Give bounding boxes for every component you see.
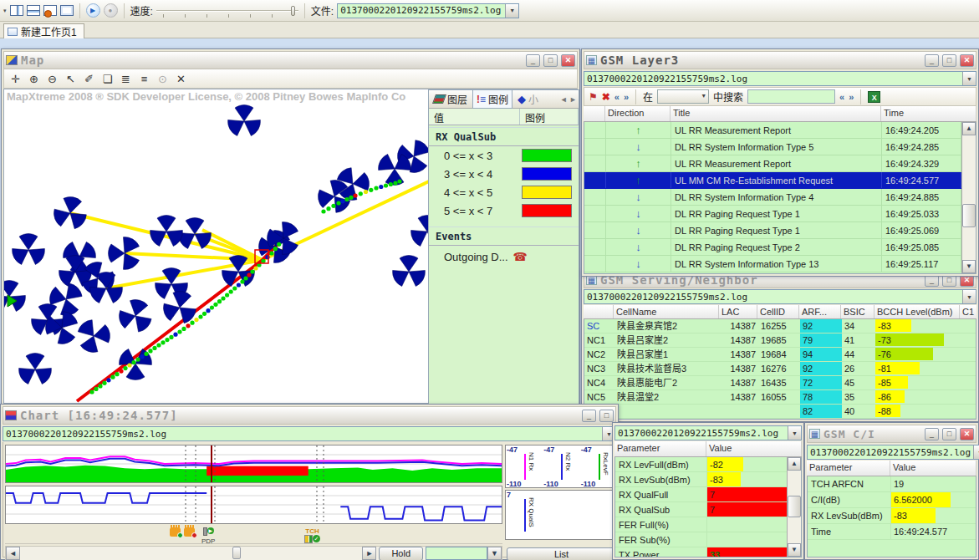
column-header-time[interactable]: Time xyxy=(881,106,976,121)
rxqual-chart[interactable] xyxy=(5,486,502,524)
cell-row[interactable]: NC3陕县技术监督局314387162769226-81 xyxy=(584,362,976,376)
column-header-direction[interactable]: Direction xyxy=(605,106,671,121)
column-header[interactable] xyxy=(584,106,605,121)
layer3-file-combobox[interactable]: 0137000220120922155759ms2.log ▼ xyxy=(584,71,976,86)
serving-file-combobox[interactable]: 0137000220120922155759ms2.log ▼ xyxy=(584,289,976,304)
maximize-button[interactable]: □ xyxy=(942,54,956,67)
close-button[interactable]: ✕ xyxy=(960,428,974,440)
column-header[interactable]: LAC xyxy=(719,305,757,318)
event-hand-green-icon[interactable] xyxy=(170,527,181,538)
column-header[interactable]: CellID xyxy=(757,305,799,318)
layer3-message-row[interactable]: ↑UL MM CM Re-Establishment Request16:49:… xyxy=(584,172,961,189)
chart-titlebar[interactable]: Chart [16:49:24.577] _ □ xyxy=(3,406,616,425)
window-badge-icon[interactable] xyxy=(43,5,57,16)
event-hand-red-icon[interactable] xyxy=(184,527,195,538)
chevron-down-icon[interactable]: ▼ xyxy=(962,290,976,303)
chart-file-combobox[interactable]: 0137000220120922155759ms2.log ▼ xyxy=(3,426,616,441)
list-button[interactable]: List xyxy=(507,547,616,560)
column-header[interactable]: Value xyxy=(706,441,802,456)
map-titlebar[interactable]: Map _ □ ✕ xyxy=(3,51,578,69)
zoom-in-icon[interactable]: ⊕ xyxy=(28,73,40,85)
param-row[interactable]: TX Power33 xyxy=(615,547,787,557)
param-row[interactable]: FER Full(%) xyxy=(615,517,787,532)
open-layer-icon[interactable]: ❏ xyxy=(101,73,114,85)
tab-layers[interactable]: 图层 xyxy=(431,90,471,108)
param-row[interactable]: RX QualFull7 xyxy=(615,487,787,502)
column-header[interactable]: Parameter xyxy=(807,461,890,476)
speed-slider[interactable] xyxy=(156,4,298,18)
scrollbar-thumb[interactable] xyxy=(232,547,241,559)
search-input[interactable] xyxy=(747,89,835,104)
legend-list-icon[interactable]: ≡ xyxy=(138,73,150,85)
maximize-button[interactable]: □ xyxy=(599,410,614,422)
split-vertical-icon[interactable] xyxy=(10,5,23,16)
layer3-message-row[interactable]: ↓DL RR Paging Request Type 216:49:25.085 xyxy=(584,239,961,256)
chevron-down-icon[interactable]: ▼ xyxy=(505,4,518,18)
column-header[interactable]: BCCH Level(dBm) xyxy=(874,305,960,318)
cell-row[interactable]: NC1陕县吕家崖214387196857941-73 xyxy=(584,333,976,348)
scrollbar-thumb[interactable] xyxy=(788,496,801,517)
params-file-combobox[interactable]: 0137000220120922155759ms2.log ▼ xyxy=(614,425,802,440)
combo-down-icon[interactable]: ▼ xyxy=(487,547,502,560)
scroll-up-icon[interactable]: ▲ xyxy=(962,122,976,135)
column-header[interactable]: CellName xyxy=(614,305,719,318)
maximize-button[interactable]: □ xyxy=(942,428,956,440)
params-scrollbar[interactable]: ▲ ▼ xyxy=(787,457,801,557)
scroll-down-icon[interactable]: ▼ xyxy=(788,543,801,557)
measure-icon[interactable]: ✐ xyxy=(83,73,95,85)
close-button[interactable]: ✕ xyxy=(960,54,974,67)
delete-icon[interactable]: ✕ xyxy=(175,73,187,85)
column-header[interactable] xyxy=(584,305,614,318)
tab-legend[interactable]: !≡ 图例 xyxy=(472,89,512,109)
search-prev-icon[interactable]: « xyxy=(839,92,844,102)
scroll-left-icon[interactable]: ◄ xyxy=(6,547,20,560)
param-row[interactable]: RX LevFull(dBm)-82 xyxy=(615,457,787,472)
layer3-scrollbar[interactable]: ▲ ▼ xyxy=(961,122,976,273)
layer3-message-row[interactable]: ↓DL RR Paging Request Type 116:49:25.069 xyxy=(584,222,961,239)
param-row[interactable]: TCH ARFCN19 xyxy=(808,476,976,492)
column-header[interactable]: BSIC xyxy=(841,305,874,318)
slider-thumb[interactable] xyxy=(291,6,295,16)
tab-workspace-1[interactable]: 新建工作页1 xyxy=(3,23,84,38)
tab-small[interactable]: ◆ 小 xyxy=(514,90,542,108)
layer3-message-row[interactable]: ↓DL RR System Information Type 1316:49:2… xyxy=(584,256,961,272)
clear-filter-icon[interactable]: ✖ xyxy=(602,91,610,103)
minimize-button[interactable]: _ xyxy=(925,428,939,440)
flag-icon[interactable]: ⚑ xyxy=(589,91,598,103)
select-arrow-icon[interactable]: ↖ xyxy=(64,73,77,85)
minimize-button[interactable]: _ xyxy=(925,54,939,67)
layer3-message-row[interactable]: ↓DL RR Paging Request Type 116:49:25.033 xyxy=(584,206,961,222)
column-header[interactable]: ARF... xyxy=(799,305,841,318)
chevron-down-icon[interactable]: ▼ xyxy=(973,445,979,459)
tab-scroll-arrows[interactable]: ◄ ► xyxy=(560,95,577,104)
scroll-right-icon[interactable]: ► xyxy=(362,547,376,560)
param-row[interactable]: Time16:49:24.577 xyxy=(808,524,976,540)
chevron-down-icon[interactable]: ▼ xyxy=(788,426,801,440)
event-tch-icon[interactable]: TCH✓ xyxy=(304,527,320,545)
scrollbar-track[interactable] xyxy=(20,547,362,560)
prev-icon[interactable]: « xyxy=(614,92,620,102)
ci-titlebar[interactable]: ▦ GSM C/I _ □ ✕ xyxy=(807,425,976,443)
layer3-titlebar[interactable]: ▦ GSM Layer3 _ □ ✕ xyxy=(584,51,976,69)
split-horizontal-icon[interactable] xyxy=(27,5,40,16)
event-pdp-icon[interactable]: ▶PDP xyxy=(201,527,215,545)
column-header[interactable]: Value xyxy=(890,461,976,476)
hold-button[interactable]: Hold xyxy=(379,547,423,560)
rxlev-chart[interactable] xyxy=(5,445,502,483)
pan-icon[interactable]: ✛ xyxy=(9,73,22,85)
layer3-message-row[interactable]: ↓DL RR System Information Type 416:49:24… xyxy=(584,189,961,206)
play-button[interactable]: ▶ xyxy=(86,3,100,18)
column-header-title[interactable]: Title xyxy=(671,106,881,121)
param-row[interactable]: FER Sub(%) xyxy=(615,532,787,547)
param-row[interactable]: RX LevSub(dBm)-83 xyxy=(615,472,787,487)
search-field-combobox[interactable]: ▼ xyxy=(657,89,709,104)
toolbar-overflow-icon[interactable]: ▾ xyxy=(3,8,7,14)
layers-icon[interactable]: ≣ xyxy=(120,73,132,85)
stop-button[interactable]: ● xyxy=(104,3,118,18)
param-row[interactable]: RX LevSub(dBm)-83 xyxy=(808,508,976,524)
file-combobox[interactable]: 0137000220120922155759ms2.log ▼ xyxy=(337,3,519,18)
layer3-message-row[interactable]: ↑UL RR Measurement Report16:49:24.329 xyxy=(584,155,961,172)
minimize-button[interactable]: _ xyxy=(526,54,540,67)
maximize-button[interactable]: □ xyxy=(543,54,558,67)
chart-scrollbar[interactable]: ◄ ► Hold ▼ xyxy=(5,546,502,560)
